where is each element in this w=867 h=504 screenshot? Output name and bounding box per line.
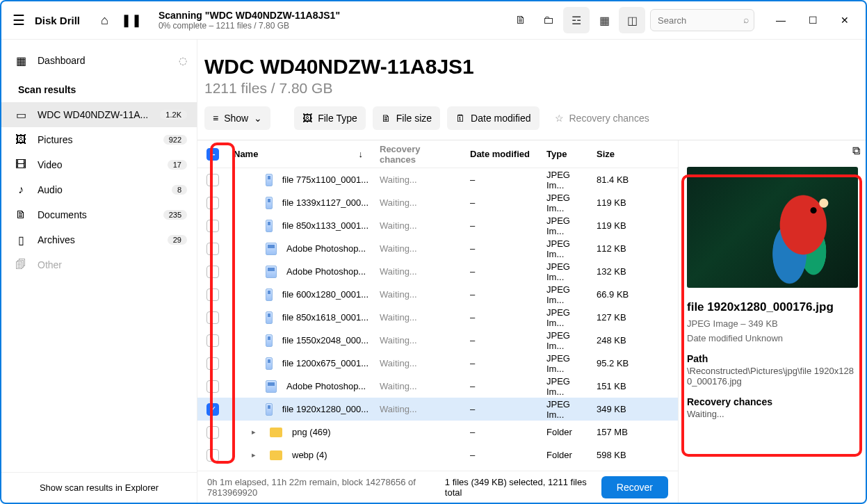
other-icon: 🗐 xyxy=(14,259,28,271)
cell-type: JPEG Im... xyxy=(541,307,591,328)
table-row[interactable]: Adobe Photoshop...Waiting...–JPEG Im...1… xyxy=(197,260,678,283)
row-checkbox[interactable]: ✓ xyxy=(206,403,219,416)
row-checkbox[interactable] xyxy=(206,288,219,301)
col-name[interactable]: Name xyxy=(234,149,258,159)
sidebar-dashboard[interactable]: ▦ Dashboard ◌ xyxy=(1,48,197,73)
file-name: Adobe Photoshop... xyxy=(286,381,366,391)
cell-type: JPEG Im... xyxy=(541,216,591,236)
table-row[interactable]: Adobe Photoshop...Waiting...–JPEG Im...1… xyxy=(197,375,678,398)
sidebar-item-drive[interactable]: ▭ WDC WD40NDZW-11A... 1.2K xyxy=(1,102,197,127)
drive-icon: ▭ xyxy=(14,108,28,122)
cell-recovery: Waiting... xyxy=(374,404,464,414)
file-icon: 🗎 xyxy=(381,113,391,124)
search-input[interactable] xyxy=(650,9,754,31)
recover-button[interactable]: Recover xyxy=(601,476,668,498)
view-list-icon[interactable]: ☲ xyxy=(563,7,590,33)
window-maximize[interactable]: ☐ xyxy=(799,9,827,31)
table-row[interactable]: ✓file 1920x1280_000...Waiting...–JPEG Im… xyxy=(197,398,678,421)
table-row[interactable]: file 850x1133_0001...Waiting...–JPEG Im.… xyxy=(197,214,678,237)
sidebar-item-label: Documents xyxy=(38,209,87,220)
row-checkbox[interactable] xyxy=(206,357,219,370)
filter-datemodified[interactable]: 🗓 Date modified xyxy=(447,106,539,130)
jpeg-file-icon xyxy=(266,197,273,209)
preview-path-label: Path xyxy=(687,353,857,364)
table-row[interactable]: file 1550x2048_000...Waiting...–JPEG Im.… xyxy=(197,329,678,352)
popout-icon[interactable]: ⧉ xyxy=(852,145,860,157)
preview-datemod: Date modified Unknown xyxy=(687,333,857,343)
file-name: file 1550x2048_000... xyxy=(282,335,368,346)
cell-date: – xyxy=(464,266,541,277)
row-checkbox[interactable] xyxy=(206,220,219,232)
cell-recovery: Waiting... xyxy=(374,381,464,391)
window-close[interactable]: ✕ xyxy=(831,9,859,31)
pause-icon[interactable]: ❚❚ xyxy=(121,13,142,28)
table-row[interactable]: ▸webp (4)–Folder598 KB xyxy=(197,444,678,466)
window-minimize[interactable]: — xyxy=(767,9,795,31)
sort-arrow-icon[interactable]: ↓ xyxy=(359,149,364,159)
cell-date: – xyxy=(464,220,541,231)
cell-recovery: Waiting... xyxy=(374,266,464,277)
sidebar-item-documents[interactable]: 🗎 Documents 235 xyxy=(1,202,197,227)
show-dropdown[interactable]: ≡ Show ⌄ xyxy=(204,106,270,130)
cell-size: 157 MB xyxy=(591,427,645,437)
cell-date: – xyxy=(464,450,541,460)
sidebar-item-other[interactable]: 🗐 Other xyxy=(1,252,197,277)
cell-type: JPEG Im... xyxy=(541,193,591,213)
table-row[interactable]: file 600x1280_0001...Waiting...–JPEG Im.… xyxy=(197,283,678,306)
preview-rec-label: Recovery chances xyxy=(687,396,857,407)
sidebar-item-audio[interactable]: ♪ Audio 8 xyxy=(1,177,197,202)
table-row[interactable]: file 1339x1127_000...Waiting...–JPEG Im.… xyxy=(197,191,678,214)
cell-date: – xyxy=(464,197,541,208)
col-size[interactable]: Size xyxy=(591,149,645,159)
expand-icon[interactable]: ▸ xyxy=(252,450,261,460)
filter-filetype[interactable]: 🖼 File Type xyxy=(294,106,366,130)
archives-icon: ▯ xyxy=(14,234,28,247)
file-name: file 1920x1280_000... xyxy=(282,404,368,414)
col-date[interactable]: Date modified xyxy=(464,149,541,159)
table-row[interactable]: file 850x1618_0001...Waiting...–JPEG Im.… xyxy=(197,306,678,329)
col-type[interactable]: Type xyxy=(541,149,591,159)
home-icon[interactable]: ⌂ xyxy=(101,13,108,28)
sidebar-item-pictures[interactable]: 🖼 Pictures 922 xyxy=(1,127,197,152)
menu-icon[interactable]: ☰ xyxy=(13,12,25,29)
cell-date: – xyxy=(464,381,541,391)
file-icon[interactable]: 🗎 xyxy=(508,7,534,33)
view-panel-icon[interactable]: ◫ xyxy=(619,7,645,33)
documents-icon: 🗎 xyxy=(14,209,28,221)
row-checkbox[interactable] xyxy=(206,197,219,209)
chevron-down-icon: ⌄ xyxy=(254,113,262,124)
cell-date: – xyxy=(464,404,541,414)
page-subtitle: 1211 files / 7.80 GB xyxy=(204,80,866,97)
table-row[interactable]: ▸png (469)–Folder157 MB xyxy=(197,421,678,444)
file-name: file 600x1280_0001... xyxy=(282,289,368,300)
sidebar-item-video[interactable]: 🎞 Video 17 xyxy=(1,152,197,177)
sidebar-item-label: Audio xyxy=(38,184,63,195)
row-checkbox[interactable] xyxy=(206,243,219,255)
row-checkbox[interactable] xyxy=(206,380,219,393)
filter-recoverychances[interactable]: ☆ Recovery chances xyxy=(546,106,658,130)
folder-icon[interactable]: 🗀 xyxy=(535,7,562,33)
cell-recovery: Waiting... xyxy=(374,220,464,231)
header-checkbox[interactable]: – xyxy=(206,148,219,161)
table-row[interactable]: Adobe Photoshop...Waiting...–JPEG Im...1… xyxy=(197,237,678,260)
preview-thumbnail xyxy=(687,167,858,288)
row-checkbox[interactable] xyxy=(206,266,219,278)
sidebar-item-archives[interactable]: ▯ Archives 29 xyxy=(1,227,197,252)
row-checkbox[interactable] xyxy=(206,449,219,462)
expand-icon[interactable]: ▸ xyxy=(252,428,261,437)
search-icon[interactable]: ⌕ xyxy=(743,14,749,25)
show-in-explorer[interactable]: Show scan results in Explorer xyxy=(1,472,197,503)
view-grid-icon[interactable]: ▦ xyxy=(591,7,617,33)
scan-title: Scanning "WDC WD40NDZW-11A8JS1" xyxy=(159,10,340,21)
row-checkbox[interactable] xyxy=(206,174,219,186)
row-checkbox[interactable] xyxy=(206,334,219,347)
col-recovery[interactable]: Recovery chances xyxy=(374,144,464,165)
table-row[interactable]: file 1200x675_0001...Waiting...–JPEG Im.… xyxy=(197,352,678,375)
audio-icon: ♪ xyxy=(14,184,28,196)
table-row[interactable]: file 775x1100_0001...Waiting...–JPEG Im.… xyxy=(197,168,678,191)
row-checkbox[interactable] xyxy=(206,426,219,439)
cell-size: 132 KB xyxy=(591,266,645,277)
preview-path: \Reconstructed\Pictures\jpg\file 1920x12… xyxy=(687,366,857,387)
filter-filesize[interactable]: 🗎 File size xyxy=(373,106,440,130)
row-checkbox[interactable] xyxy=(206,311,219,324)
